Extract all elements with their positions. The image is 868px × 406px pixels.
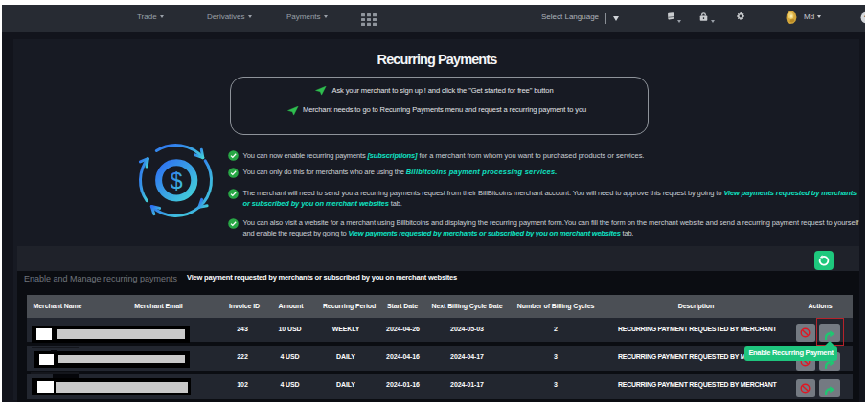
- svg-text:?: ?: [864, 13, 865, 23]
- svg-text:$: $: [171, 169, 183, 193]
